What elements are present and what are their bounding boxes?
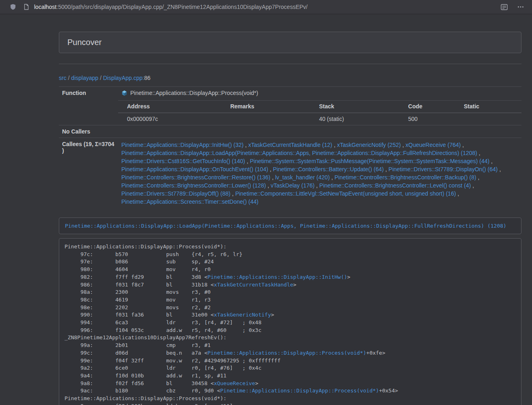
callee-link[interactable]: Pinetime::System::SystemTask::PushMessag… [250,158,490,164]
callee-link[interactable]: Pinetime::Applications::DisplayApp::OnTo… [121,166,268,172]
code-symbol-link[interactable]: xQueueReceive [214,380,255,386]
code-symbol-link[interactable]: Pinetime::Applications::DisplayApp::Init… [207,274,347,280]
callee-link[interactable]: xQueueReceive (764) [405,142,461,148]
callee-link[interactable]: Pinetime::Drivers::St7789::DisplayOff() … [121,190,230,197]
divider [59,64,521,64]
callee-link[interactable]: xTaskGenericNotify (252) [337,142,401,148]
callee-link[interactable]: Pinetime::Controllers::BrightnessControl… [319,182,471,189]
breadcrumb: src / displayapp / DisplayApp.cpp:86 [59,75,521,81]
callees-row: Callees (19, Σ=3704 ) Pinetime::Applicat… [59,138,521,209]
callee-link[interactable]: Pinetime::Drivers::Cst816S::GetTouchInfo… [121,158,245,164]
callee-link[interactable]: vTaskDelay (176) [271,182,314,189]
browser-topbar: localhost:5000/path/src/displayapp/Displ… [0,0,532,14]
stats-cell: 0x0000097c [118,113,221,125]
url-host-text: localhost [34,4,56,10]
no-callers-label: No Callers [59,125,118,138]
stats-header-cell: Stack [310,101,399,113]
stats-cell [221,113,310,125]
callee-link[interactable]: lv_task_handler (420) [275,174,330,181]
callee-link[interactable]: Pinetime::Controllers::BrightnessControl… [334,174,476,181]
callee-link[interactable]: Pinetime::Applications::DisplayApp::Load… [121,150,477,156]
no-callers-cell [118,125,521,138]
callees-label: Callees (19, Σ=3704 ) [59,138,118,209]
stats-cell [455,113,521,125]
function-name: Pinetime::Applications::DisplayApp::Proc… [130,90,258,96]
breadcrumb-line-number: 86 [144,75,151,81]
function-table: Function Pinetime::Applications::Display… [59,86,521,209]
callees-list: Pinetime::Applications::DisplayApp::Init… [118,138,521,209]
callee-link[interactable]: Pinetime::Applications::Screens::Timer::… [121,198,258,205]
callee-link[interactable]: Pinetime::Drivers::St7789::DisplayOn() (… [388,166,498,172]
tracking-protection-shield-icon[interactable] [10,4,16,10]
stats-row: AddressRemarksStackCodeStatic0x0000097c4… [59,101,521,125]
stats-cell: 500 [399,113,455,125]
stats-table: AddressRemarksStackCodeStatic0x0000097c4… [118,101,521,125]
function-label: Function [59,87,118,125]
function-row: Function Pinetime::Applications::Display… [59,87,521,101]
stats-header-cell: Address [118,101,221,113]
symbol-link[interactable]: Pinetime::Applications::DisplayApp::Load… [65,223,506,229]
code-symbol-link[interactable]: Pinetime::Applications::DisplayApp::Proc… [207,350,366,356]
symbol-cube-icon [121,90,127,97]
page-header: Puncover [59,32,521,53]
callee-link[interactable]: Pinetime::Controllers::BrightnessControl… [121,174,270,181]
callee-link[interactable]: Pinetime::Controllers::BrightnessControl… [121,182,266,189]
url-path-text: :5000/path/src/displayapp/DisplayApp.cpp… [56,4,308,10]
breadcrumb-link[interactable]: DisplayApp.cpp: [103,75,144,81]
code-symbol-link[interactable]: xTaskGenericNotify [214,312,271,318]
breadcrumb-link[interactable]: src [59,75,67,81]
code-symbol-link[interactable]: xTaskGetCurrentTaskHandle [214,282,293,288]
stats-cell: 40 (static) [310,113,399,125]
page-container: Puncover src / displayapp / DisplayApp.c… [59,14,521,405]
code-symbol-link[interactable]: Pinetime::Applications::DisplayApp::Proc… [220,388,379,394]
breadcrumb-link[interactable]: displayapp [71,75,98,81]
page-title: Puncover [67,38,513,47]
stats-header-cell: Code [399,101,455,113]
disassembly-panel: Pinetime::Applications::DisplayApp::Proc… [59,238,521,405]
disassembly-code: Pinetime::Applications::DisplayApp::Proc… [65,243,516,405]
reader-view-icon[interactable] [501,4,508,10]
more-icon[interactable] [517,4,524,10]
page-info-icon[interactable] [24,4,29,10]
breadcrumb-separator: / [67,75,71,81]
callee-link[interactable]: xTaskGetCurrentTaskHandle (12) [248,142,332,148]
url-field[interactable]: localhost:5000/path/src/displayapp/Displ… [34,4,501,10]
breadcrumb-separator: / [98,75,103,81]
stats-header-cell: Static [455,101,521,113]
symbol-box: Pinetime::Applications::DisplayApp::Load… [59,218,521,234]
stats-header-cell: Remarks [221,101,310,113]
callee-link[interactable]: Pinetime::Components::LittleVgl::SetNewT… [235,190,456,197]
callee-link[interactable]: Pinetime::Controllers::Battery::Update()… [273,166,384,172]
no-callers-row: No Callers [59,125,521,138]
callee-link[interactable]: Pinetime::Applications::DisplayApp::Init… [121,142,243,148]
